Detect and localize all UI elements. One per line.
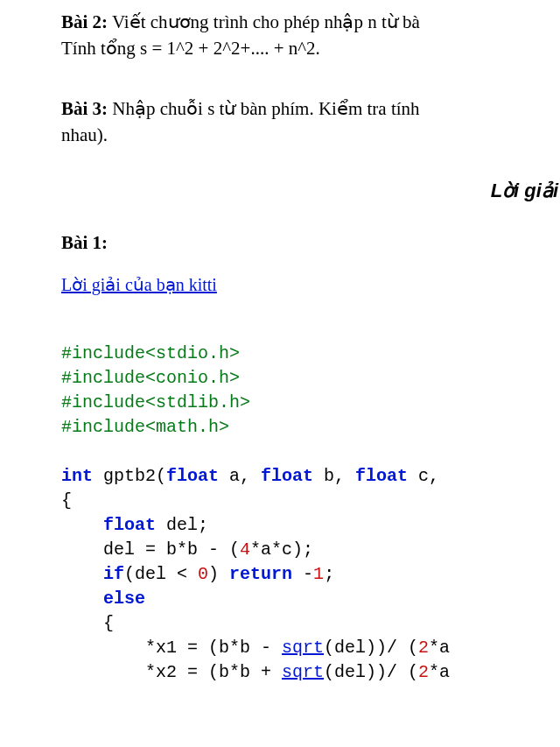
num-zero: 0: [198, 564, 208, 584]
indent-else: [61, 588, 103, 609]
exercise-2-title: Bài 2:: [61, 11, 108, 32]
sqrt-1: sqrt: [282, 638, 324, 658]
sqrt-2: sqrt: [282, 662, 324, 682]
kw-float-b: float: [261, 466, 313, 486]
param-b: b,: [313, 466, 355, 486]
kw-float-del: float: [103, 515, 156, 535]
x2-right: *a: [429, 662, 450, 682]
num-two-1: 2: [418, 638, 429, 658]
solution-author-link[interactable]: Lời giải của bạn kitti: [61, 272, 217, 298]
indent-if: [61, 564, 103, 584]
semicolon-1: ;: [324, 564, 334, 584]
indent-del: [61, 515, 103, 535]
num-four: 4: [240, 539, 250, 560]
kw-else: else: [103, 588, 145, 609]
x1-left: *x1 = (b*b -: [61, 638, 282, 658]
exercise-3: Bài 3: Nhập chuỗi s từ bàn phím. Kiểm tr…: [61, 95, 560, 149]
del-decl: del;: [156, 515, 208, 535]
x2-left: *x2 = (b*b +: [61, 662, 282, 682]
if-cond-left: (del <: [124, 564, 198, 584]
x1-mid: (del))/ (: [324, 638, 418, 658]
include-stdio: #include<stdio.h>: [61, 343, 240, 363]
include-stdlib: #include<stdlib.h>: [61, 392, 250, 412]
include-math: #include<math.h>: [61, 417, 229, 437]
kw-float-c: float: [355, 466, 408, 486]
kw-int: int: [61, 466, 93, 486]
num-two-2: 2: [418, 662, 429, 682]
fn-name: gptb2(: [93, 466, 166, 486]
exercise-3-line-1: Bài 3: Nhập chuỗi s từ bàn phím. Kiểm tr…: [61, 95, 560, 122]
code-block: #include<stdio.h> #include<conio.h> #inc…: [61, 317, 560, 685]
x2-mid: (del))/ (: [324, 662, 418, 682]
return-dash: -: [292, 564, 313, 584]
del-assign-left: del = b*b - (: [61, 539, 240, 560]
x1-right: *a: [429, 638, 450, 658]
param-a: a,: [219, 466, 261, 486]
exercise-2-line-1: Bài 2: Viết chương trình cho phép nhập n…: [61, 9, 560, 35]
del-assign-right: *a*c);: [250, 539, 313, 560]
inner-brace: {: [61, 613, 114, 633]
exercise-3-line-2: nhau).: [61, 122, 560, 148]
exercise-3-text-1: Nhập chuỗi s từ bàn phím. Kiểm tra tính: [108, 98, 419, 119]
if-cond-right: ): [208, 564, 229, 584]
solution-1-title: Bài 1:: [61, 229, 560, 256]
exercise-2-line-2: Tính tổng s = 1^2 + 2^2+.... + n^2.: [61, 35, 560, 61]
num-one: 1: [313, 564, 324, 584]
answer-heading: Lời giải: [61, 177, 560, 205]
kw-float-a: float: [166, 466, 219, 486]
exercise-3-title: Bài 3:: [61, 98, 108, 119]
exercise-2-text-1: Viết chương trình cho phép nhập n từ bà: [108, 11, 420, 32]
brace-open: {: [61, 490, 72, 511]
exercise-2: Bài 2: Viết chương trình cho phép nhập n…: [61, 9, 560, 62]
param-c: c,: [408, 466, 439, 486]
include-conio: #include<conio.h>: [61, 368, 240, 388]
kw-if: if: [103, 564, 124, 584]
kw-return: return: [229, 564, 292, 584]
